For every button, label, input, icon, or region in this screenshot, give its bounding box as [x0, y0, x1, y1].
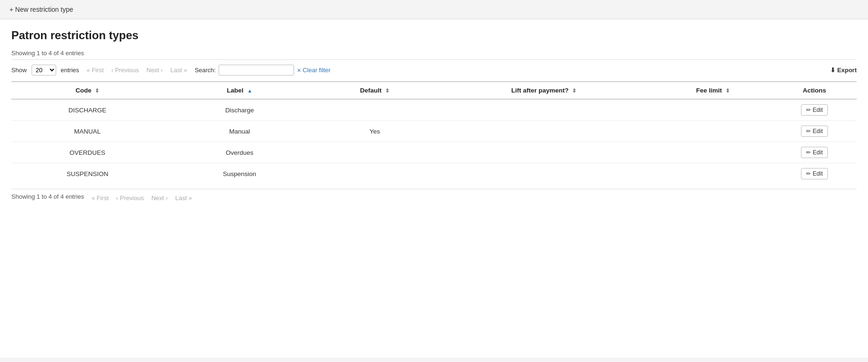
double-left-icon-bottom [92, 194, 95, 202]
cell-code: DISCHARGE [11, 99, 163, 121]
edit-button-suspension[interactable]: Edit [801, 168, 828, 179]
cell-code: SUSPENSION [11, 163, 163, 185]
col-header-lift[interactable]: Lift after payment? ⇕ [434, 82, 654, 99]
previous-button-top[interactable]: Previous [109, 66, 142, 75]
first-button-bottom[interactable]: First [89, 194, 111, 202]
restriction-types-table: Code ⇕ Label ▲ Default ⇕ Lift after paym… [11, 81, 857, 184]
table-body: DISCHARGE Discharge Edit MANUAL Manual Y… [11, 99, 857, 184]
double-right-icon-bottom [189, 194, 192, 202]
single-right-icon-bottom [166, 194, 168, 202]
single-left-icon-bottom [116, 194, 118, 202]
table-row: SUSPENSION Suspension Edit [11, 163, 857, 185]
pagination-top: First Previous Next Last [84, 66, 190, 75]
bottom-controls: Showing 1 to 4 of 4 entries First Previo… [11, 193, 857, 203]
controls-right: Export [830, 67, 857, 74]
last-button-bottom[interactable]: Last [172, 194, 194, 202]
previous-button-bottom[interactable]: Previous [113, 194, 147, 202]
cell-fee [654, 99, 772, 121]
edit-button-manual[interactable]: Edit [801, 126, 828, 137]
last-button-top[interactable]: Last [168, 66, 190, 75]
cell-actions: Edit [772, 121, 857, 142]
showing-info-bottom: Showing 1 to 4 of 4 entries [11, 193, 84, 200]
cell-lift [434, 163, 654, 185]
pencil-icon [806, 149, 811, 156]
double-left-icon [87, 67, 90, 74]
cell-lift [434, 121, 654, 142]
pencil-icon [806, 128, 811, 135]
sort-icon-label: ▲ [247, 88, 253, 93]
sort-icon-lift: ⇕ [572, 88, 576, 94]
entries-select[interactable]: 10 20 50 100 [32, 65, 56, 76]
cell-default [316, 163, 434, 185]
search-label: Search: [194, 67, 216, 74]
top-divider [11, 59, 857, 60]
col-header-fee[interactable]: Fee limit ⇕ [654, 82, 772, 99]
entries-label: entries [61, 67, 79, 74]
cell-actions: Edit [772, 163, 857, 185]
col-header-default[interactable]: Default ⇕ [316, 82, 434, 99]
controls-left: Show 10 20 50 100 entries First Previous… [11, 65, 330, 76]
download-icon [830, 67, 835, 74]
sort-icon-default: ⇕ [385, 88, 389, 94]
show-label: Show [11, 67, 27, 74]
pagination-bottom: First Previous Next Last [89, 194, 195, 202]
search-input[interactable] [219, 65, 294, 76]
cell-default [316, 99, 434, 121]
cell-actions: Edit [772, 99, 857, 121]
pencil-icon [806, 107, 811, 113]
sort-icon-code: ⇕ [95, 88, 99, 94]
cell-fee [654, 142, 772, 163]
col-header-code[interactable]: Code ⇕ [11, 82, 163, 99]
cell-code: OVERDUES [11, 142, 163, 163]
table-row: OVERDUES Overdues Edit [11, 142, 857, 163]
double-right-icon [184, 67, 187, 74]
table-row: MANUAL Manual Yes Edit [11, 121, 857, 142]
clear-filter-button[interactable]: Clear filter [297, 67, 330, 74]
showing-info-top: Showing 1 to 4 of 4 entries [11, 50, 857, 57]
x-icon [297, 67, 301, 74]
export-button[interactable]: Export [830, 67, 857, 74]
first-button-top[interactable]: First [84, 66, 107, 75]
single-left-icon [111, 67, 113, 74]
bottom-divider [11, 189, 857, 189]
edit-button-discharge[interactable]: Edit [801, 104, 828, 116]
cell-label: Discharge [163, 99, 315, 121]
cell-fee [654, 121, 772, 142]
col-header-actions: Actions [772, 82, 857, 99]
next-button-bottom[interactable]: Next [149, 194, 171, 202]
cell-label: Suspension [163, 163, 315, 185]
cell-fee [654, 163, 772, 185]
cell-default: Yes [316, 121, 434, 142]
next-button-top[interactable]: Next [143, 66, 166, 75]
single-right-icon [161, 67, 163, 74]
cell-label: Manual [163, 121, 315, 142]
col-header-label[interactable]: Label ▲ [163, 82, 315, 99]
cell-label: Overdues [163, 142, 315, 163]
cell-code: MANUAL [11, 121, 163, 142]
table-header-row: Code ⇕ Label ▲ Default ⇕ Lift after paym… [11, 82, 857, 99]
page-title: Patron restriction types [11, 29, 857, 42]
pencil-icon [806, 170, 811, 177]
new-restriction-button[interactable]: + New restriction type [9, 6, 73, 13]
cell-lift [434, 99, 654, 121]
controls-row: Show 10 20 50 100 entries First Previous… [11, 65, 857, 76]
cell-lift [434, 142, 654, 163]
search-area: Search: Clear filter [194, 65, 330, 76]
edit-button-overdues[interactable]: Edit [801, 147, 828, 158]
table-row: DISCHARGE Discharge Edit [11, 99, 857, 121]
cell-actions: Edit [772, 142, 857, 163]
sort-icon-fee: ⇕ [725, 88, 730, 94]
cell-default [316, 142, 434, 163]
